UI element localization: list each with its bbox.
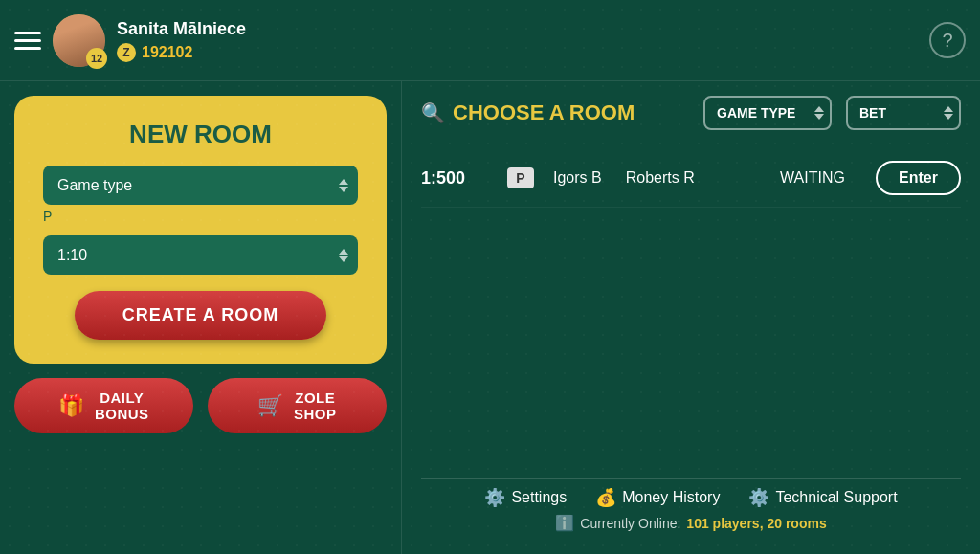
- online-text: Currently Online:: [580, 516, 680, 531]
- technical-support-label: Technical Support: [775, 489, 897, 506]
- player1-name: Igors B: [553, 169, 602, 187]
- p-label: P: [43, 209, 52, 224]
- technical-support-link[interactable]: ⚙️ Technical Support: [748, 487, 897, 508]
- avatar-container: 12: [53, 14, 105, 67]
- online-count: 101 players, 20 rooms: [686, 516, 826, 531]
- main-content: NEW ROOM Game type Zole Small Zole P 1:1…: [0, 81, 980, 554]
- new-room-title: NEW ROOM: [129, 120, 272, 149]
- coin-icon: Z: [117, 43, 136, 62]
- create-room-button[interactable]: CREATE A ROOM: [75, 291, 326, 340]
- choose-room-label: CHOOSE A ROOM: [453, 100, 635, 125]
- game-type-filter[interactable]: GAME TYPE Zole Small Zole: [703, 96, 832, 130]
- daily-bonus-label: DAILYBONUS: [95, 389, 149, 422]
- new-room-card: NEW ROOM Game type Zole Small Zole P 1:1…: [14, 96, 387, 364]
- room-type-badge: P: [507, 167, 534, 188]
- settings-icon: ⚙️: [484, 487, 505, 508]
- choose-room-title: 🔍 CHOOSE A ROOM: [421, 100, 689, 125]
- room-bet: 1:500: [421, 168, 488, 188]
- help-button[interactable]: ?: [929, 22, 966, 58]
- game-type-select[interactable]: Game type Zole Small Zole: [43, 166, 358, 205]
- user-coins: Z 192102: [117, 43, 920, 62]
- right-panel: 🔍 CHOOSE A ROOM GAME TYPE Zole Small Zol…: [402, 81, 980, 554]
- room-header: 🔍 CHOOSE A ROOM GAME TYPE Zole Small Zol…: [421, 96, 961, 130]
- user-name: Sanita Mālniece: [117, 19, 920, 39]
- bet-filter[interactable]: BET 1:10 1:50 1:100 1:500: [846, 96, 961, 130]
- table-row: 1:500 P Igors B Roberts R WAITING Enter: [421, 149, 961, 208]
- user-info: Sanita Mālniece Z 192102: [117, 19, 920, 62]
- room-status: WAITING: [780, 169, 857, 187]
- gift-icon: 🎁: [58, 393, 85, 418]
- cart-icon: 🛒: [257, 393, 284, 418]
- game-type-wrapper: Game type Zole Small Zole: [43, 166, 358, 205]
- room-list: 1:500 P Igors B Roberts R WAITING Enter: [421, 149, 961, 478]
- info-icon: ℹ️: [555, 514, 574, 532]
- daily-bonus-button[interactable]: 🎁 DAILYBONUS: [14, 378, 193, 433]
- enter-button[interactable]: Enter: [876, 161, 961, 195]
- online-status: ℹ️ Currently Online: 101 players, 20 roo…: [555, 514, 826, 532]
- footer-links: ⚙️ Settings 💰 Money History ⚙️ Technical…: [484, 487, 897, 508]
- left-panel: NEW ROOM Game type Zole Small Zole P 1:1…: [0, 81, 402, 554]
- coins-amount: 192102: [142, 44, 192, 61]
- settings-link[interactable]: ⚙️ Settings: [484, 487, 567, 508]
- zole-shop-label: ZOLESHOP: [294, 389, 337, 422]
- bet-filter-wrapper: BET 1:10 1:50 1:100 1:500: [846, 96, 961, 130]
- game-type-filter-wrapper: GAME TYPE Zole Small Zole: [703, 96, 832, 130]
- hamburger-menu[interactable]: [14, 32, 41, 50]
- footer: ⚙️ Settings 💰 Money History ⚙️ Technical…: [421, 478, 961, 540]
- money-history-link[interactable]: 💰 Money History: [595, 487, 720, 508]
- bet-wrapper: 1:10 1:50 1:100 1:500: [43, 235, 358, 275]
- player2-name: Roberts R: [626, 169, 695, 187]
- money-history-label: Money History: [622, 489, 720, 506]
- money-history-icon: 💰: [595, 487, 616, 508]
- header: 12 Sanita Mālniece Z 192102 ?: [0, 0, 980, 81]
- badge: 12: [86, 48, 107, 69]
- room-players: Igors B Roberts R: [553, 169, 761, 187]
- settings-label: Settings: [511, 489, 567, 506]
- bottom-buttons: 🎁 DAILYBONUS 🛒 ZOLESHOP: [14, 378, 387, 433]
- search-icon: 🔍: [421, 101, 445, 124]
- support-icon: ⚙️: [748, 487, 769, 508]
- zole-shop-button[interactable]: 🛒 ZOLESHOP: [208, 378, 387, 433]
- bet-select[interactable]: 1:10 1:50 1:100 1:500: [43, 235, 358, 275]
